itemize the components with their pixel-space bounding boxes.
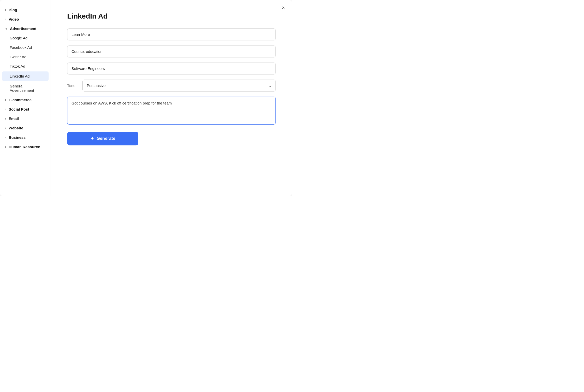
chevron-right-icon: › bbox=[5, 8, 6, 12]
close-button[interactable]: × bbox=[279, 4, 287, 12]
sidebar-sub-item-label: Tiktok Ad bbox=[10, 64, 25, 68]
sidebar-item-label: Email bbox=[9, 116, 19, 121]
chevron-right-icon: › bbox=[5, 18, 6, 21]
sidebar-item-advertisement[interactable]: ∨ Advertisement bbox=[0, 24, 51, 33]
sidebar-item-label: E-commerce bbox=[9, 98, 32, 102]
field1-group bbox=[67, 28, 276, 40]
generate-button[interactable]: ✦ Generate bbox=[67, 132, 138, 145]
sidebar-item-label: Business bbox=[9, 135, 26, 140]
sidebar-sub-item-label: Twitter Ad bbox=[10, 55, 26, 59]
generate-button-label: Generate bbox=[97, 136, 115, 141]
sidebar-item-tiktok-ad[interactable]: Tiktok Ad bbox=[0, 62, 51, 71]
sidebar-item-twitter-ad[interactable]: Twitter Ad bbox=[0, 52, 51, 62]
field2-group bbox=[67, 46, 276, 57]
tone-select[interactable]: Persuasive Formal Casual Informative Ins… bbox=[82, 80, 276, 92]
sidebar-item-social-post[interactable]: › Social Post bbox=[0, 104, 51, 114]
sidebar-sub-item-label: Facebook Ad bbox=[10, 45, 32, 50]
sidebar-item-blog[interactable]: › Blog bbox=[0, 5, 51, 14]
field1-input[interactable] bbox=[67, 28, 276, 40]
sidebar-item-ecommerce[interactable]: › E-commerce bbox=[0, 95, 51, 104]
sidebar-item-human-resource[interactable]: › Human Resource bbox=[0, 142, 51, 152]
sidebar-item-label: Website bbox=[9, 126, 23, 130]
sidebar-sub-item-label: LinkedIn Ad bbox=[10, 74, 30, 78]
sidebar-item-business[interactable]: › Business bbox=[0, 133, 51, 142]
field2-input[interactable] bbox=[67, 46, 276, 57]
modal-container: × › Blog › Video ∨ Advertisement Google … bbox=[0, 0, 292, 196]
sidebar-item-linkedin-ad[interactable]: LinkedIn Ad bbox=[2, 71, 49, 81]
chevron-right-icon: › bbox=[5, 136, 6, 139]
sidebar-item-label: Human Resource bbox=[9, 145, 40, 149]
sidebar-item-email[interactable]: › Email bbox=[0, 114, 51, 123]
sidebar: › Blog › Video ∨ Advertisement Google Ad… bbox=[0, 0, 51, 196]
chevron-right-icon: › bbox=[5, 98, 6, 102]
chevron-right-icon: › bbox=[5, 108, 6, 111]
sidebar-sub-item-label: Google Ad bbox=[10, 36, 27, 40]
sidebar-item-label: Advertisement bbox=[10, 26, 36, 31]
page-title: LinkedIn Ad bbox=[67, 12, 276, 20]
sparkle-icon: ✦ bbox=[90, 136, 94, 141]
field3-input[interactable] bbox=[67, 63, 276, 74]
sidebar-item-label: Blog bbox=[9, 8, 17, 12]
chevron-right-icon: › bbox=[5, 145, 6, 149]
sidebar-item-facebook-ad[interactable]: Facebook Ad bbox=[0, 43, 51, 52]
tone-label: Tone bbox=[67, 83, 77, 88]
field3-group bbox=[67, 63, 276, 74]
sidebar-item-label: Video bbox=[9, 17, 19, 21]
close-icon: × bbox=[282, 5, 285, 11]
sidebar-item-general-advertisement[interactable]: General Advertisement bbox=[0, 81, 51, 95]
chevron-down-icon: ∨ bbox=[5, 27, 7, 31]
main-content: LinkedIn Ad Tone Persuasive Formal Casua… bbox=[51, 0, 292, 196]
sidebar-item-video[interactable]: › Video bbox=[0, 14, 51, 24]
textarea-group: Got courses on AWS, Kick off certificati… bbox=[67, 97, 276, 126]
sidebar-sub-item-label: General Advertisement bbox=[10, 84, 46, 93]
sidebar-item-website[interactable]: › Website bbox=[0, 123, 51, 133]
description-textarea[interactable]: Got courses on AWS, Kick off certificati… bbox=[67, 97, 276, 125]
chevron-right-icon: › bbox=[5, 126, 6, 130]
sidebar-item-google-ad[interactable]: Google Ad bbox=[0, 33, 51, 43]
tone-row: Tone Persuasive Formal Casual Informativ… bbox=[67, 80, 276, 92]
tone-select-wrapper: Persuasive Formal Casual Informative Ins… bbox=[82, 80, 276, 92]
chevron-right-icon: › bbox=[5, 117, 6, 120]
sidebar-item-label: Social Post bbox=[9, 107, 29, 111]
